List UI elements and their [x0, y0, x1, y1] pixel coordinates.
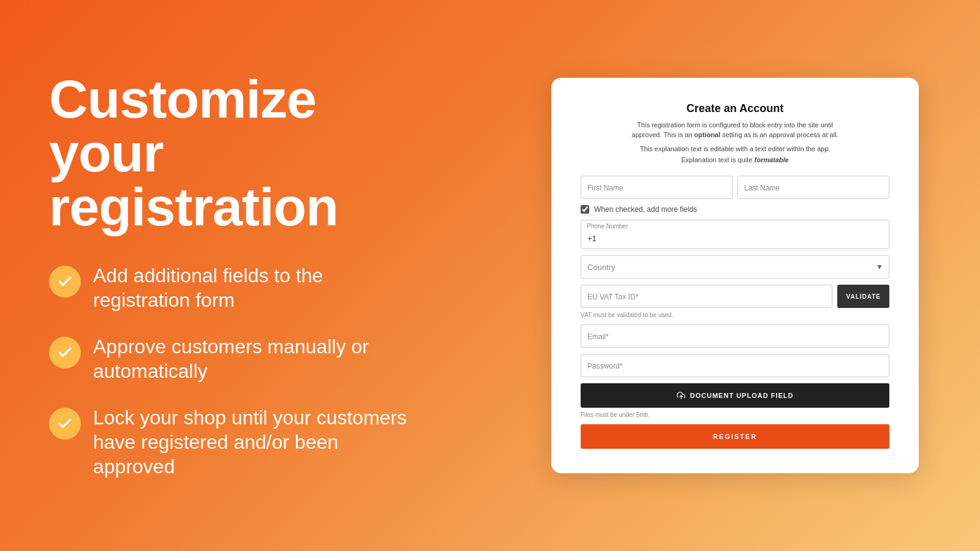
check-badge-1	[49, 266, 81, 298]
feature-text-3: Lock your shop until your customers have…	[93, 405, 417, 479]
add-fields-checkbox[interactable]	[581, 205, 589, 214]
vat-row: VALIDATE	[581, 285, 889, 308]
registration-card: Create an Account This registration form…	[551, 78, 919, 474]
last-name-input[interactable]	[737, 176, 889, 199]
desc-text-1: This registration form is configured to …	[637, 121, 833, 129]
check-icon-1	[57, 274, 73, 290]
card-description-2: This explanation text is editable with a…	[581, 144, 889, 154]
phone-label: Phone Number	[587, 223, 628, 230]
upload-button[interactable]: DOCUMENT UPLOAD FIELD	[581, 383, 889, 408]
left-panel: Customize your registration Add addition…	[49, 72, 417, 479]
feature-list: Add additional fields to the registratio…	[49, 263, 417, 479]
register-button[interactable]: REGISTER	[581, 424, 889, 449]
feature-text-1: Add additional fields to the registratio…	[93, 263, 417, 312]
check-badge-3	[49, 408, 81, 440]
card-title: Create an Account	[581, 102, 889, 115]
main-title: Customize your registration	[49, 72, 417, 234]
upload-hint: Files must be under 5mb.	[581, 411, 889, 418]
desc3-prefix: Explanation text is quite	[681, 156, 752, 163]
email-input[interactable]	[581, 324, 889, 348]
password-input[interactable]	[581, 354, 889, 377]
first-name-input[interactable]	[581, 176, 733, 199]
check-badge-2	[49, 337, 81, 369]
validate-button[interactable]: VALIDATE	[837, 285, 889, 308]
check-icon-2	[57, 345, 73, 361]
name-row	[581, 176, 889, 199]
right-panel: Create an Account This registration form…	[539, 78, 931, 474]
vat-input[interactable]	[581, 285, 832, 308]
country-select[interactable]: Country United States United Kingdom Ger…	[581, 255, 889, 279]
upload-icon	[677, 391, 685, 400]
checkbox-label: When checked, add more fields	[594, 205, 697, 214]
country-wrapper: Country United States United Kingdom Ger…	[581, 255, 889, 279]
desc-text-3: setting as is an approval process at all…	[722, 131, 839, 138]
desc-text-2: approved. This is an	[631, 131, 692, 138]
feature-item-3: Lock your shop until your customers have…	[49, 405, 417, 479]
feature-text-2: Approve customers manually or automatica…	[93, 334, 417, 383]
card-description-1: This registration form is configured to …	[581, 120, 889, 140]
desc3-italic: formatable	[755, 156, 789, 163]
check-icon-3	[57, 416, 73, 432]
feature-item-1: Add additional fields to the registratio…	[49, 263, 417, 312]
phone-wrapper: Phone Number	[581, 220, 889, 249]
checkbox-row: When checked, add more fields	[581, 205, 889, 214]
feature-item-2: Approve customers manually or automatica…	[49, 334, 417, 383]
vat-hint: VAT must be validated to be used.	[581, 312, 889, 318]
card-description-3: Explanation text is quite formatable	[581, 156, 889, 163]
desc-bold: optional	[694, 131, 720, 138]
upload-label: DOCUMENT UPLOAD FIELD	[690, 392, 794, 399]
